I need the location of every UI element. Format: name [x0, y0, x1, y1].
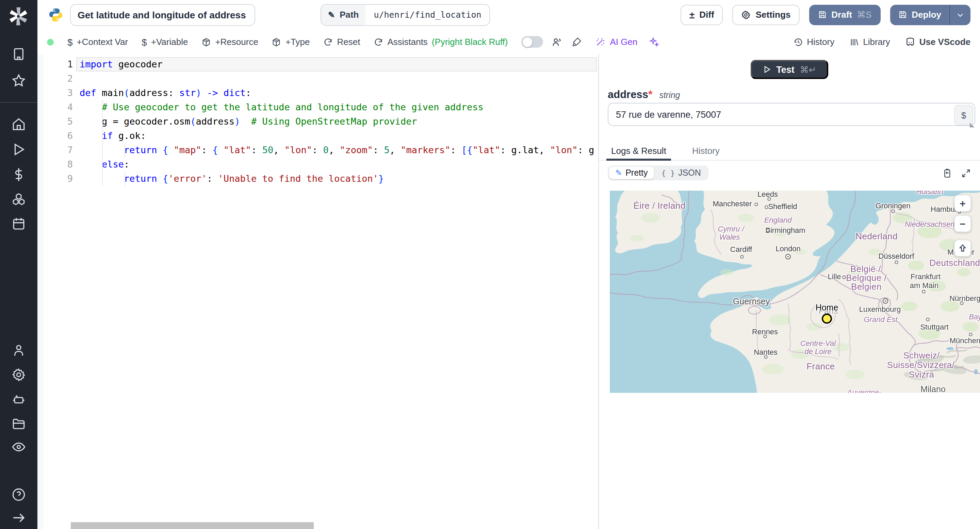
code-line[interactable]: else:	[80, 157, 598, 172]
workspace-icon[interactable]	[11, 47, 26, 61]
add-variable-button[interactable]: $+Variable	[142, 37, 188, 47]
map-label: Stuttgart	[920, 323, 948, 331]
assistants-button[interactable]: Assistants (Pyright Black Ruff)	[374, 37, 508, 47]
map-label: Bayern	[969, 312, 980, 321]
map-city-dot	[969, 333, 972, 336]
map-label: Cymru /	[718, 225, 744, 233]
map-label: Belgien	[851, 282, 882, 292]
map-label: Nantes	[754, 348, 778, 356]
map-home-marker[interactable]	[822, 314, 832, 324]
add-context-var-button[interactable]: $+Context Var	[67, 37, 128, 47]
field-name: address	[608, 89, 648, 100]
wand-icon	[595, 37, 606, 47]
map-label: Sheffield	[768, 202, 797, 210]
add-type-button[interactable]: +Type	[272, 37, 310, 47]
view-mode-pretty[interactable]: ✎Pretty	[609, 167, 654, 179]
code-editor[interactable]: 1import geocoder23def main(address: str)…	[37, 54, 599, 529]
map-label: Niedersachsen	[905, 220, 955, 228]
save-icon	[818, 10, 827, 19]
library-button[interactable]: Library	[850, 37, 890, 47]
map-label: am Main	[910, 281, 939, 289]
collapse-arrow-icon[interactable]	[11, 511, 26, 525]
result-map[interactable]: Éire / IrelandManchesterLeedsSheffieldEn…	[610, 191, 980, 393]
map-label: Manchester	[713, 199, 752, 208]
test-button[interactable]: Test ⌘↵	[750, 60, 828, 79]
resize-grip[interactable]: ◢	[970, 121, 975, 128]
arrow-up-icon	[958, 244, 967, 253]
home-icon[interactable]	[11, 117, 26, 131]
map-label: Birmingham	[765, 226, 805, 234]
reset-button[interactable]: Reset	[323, 37, 360, 47]
windmill-logo[interactable]	[8, 6, 29, 27]
runs-play-icon[interactable]	[11, 142, 26, 156]
line-number: 1	[37, 57, 73, 72]
view-mode-segmented: ✎Pretty { }JSON	[608, 166, 708, 180]
history-button[interactable]: History	[793, 37, 834, 47]
pencil-icon: ✎	[328, 10, 335, 19]
diff-button[interactable]: ± Diff	[681, 5, 723, 25]
map-label: London	[775, 244, 800, 253]
folders-icon[interactable]	[11, 417, 26, 431]
sparkles-icon[interactable]	[648, 37, 659, 47]
code-line[interactable]: return { "map": { "lat": 50, "lon": 0, "…	[80, 143, 598, 157]
settings-gear-icon[interactable]	[11, 368, 26, 382]
deploy-button[interactable]: Deploy	[890, 5, 950, 25]
ai-gen-button[interactable]: AI Gen	[595, 37, 637, 47]
code-line[interactable]	[80, 72, 598, 86]
script-title-input[interactable]	[70, 4, 255, 25]
refresh-icon	[323, 37, 333, 47]
save-icon	[898, 10, 907, 19]
map-label: Nederland	[856, 231, 898, 241]
map-marker-label: Home	[816, 303, 838, 312]
add-resource-button[interactable]: +Resource	[202, 37, 258, 47]
user-icon[interactable]	[11, 343, 26, 357]
copy-clipboard-icon[interactable]	[943, 168, 953, 178]
status-dot	[47, 38, 54, 45]
library-icon	[850, 37, 859, 47]
path-selector[interactable]: ✎Path u/henri/find_location	[321, 4, 490, 25]
refresh-icon	[374, 37, 383, 47]
braces-icon: { }	[661, 169, 675, 177]
multiplayer-users-icon[interactable]	[551, 37, 562, 47]
expand-icon[interactable]	[961, 168, 971, 178]
draft-button[interactable]: Draft ⌘S	[809, 5, 880, 25]
map-label: Wales	[719, 233, 740, 241]
required-asterisk: *	[648, 89, 652, 100]
horizontal-scrollbar[interactable]	[71, 522, 314, 529]
map-zoom-in-button[interactable]: +	[954, 195, 971, 212]
favorites-star-icon[interactable]	[11, 73, 26, 88]
settings-button[interactable]: Settings	[733, 5, 800, 25]
workers-robot-icon[interactable]	[11, 392, 26, 406]
deploy-dropdown-chevron[interactable]	[950, 5, 970, 25]
map-label: Deutschland	[930, 258, 980, 268]
tab-history[interactable]: History	[689, 142, 723, 160]
audit-eye-icon[interactable]	[11, 440, 26, 454]
code-line[interactable]: # Use geocoder to get the latitude and l…	[80, 100, 598, 115]
map-recenter-button[interactable]	[954, 240, 971, 257]
code-line[interactable]: if g.ok:	[80, 129, 598, 143]
code-line[interactable]: return {'error': 'Unable to find the loc…	[80, 172, 598, 186]
line-number: 4	[37, 100, 73, 115]
indent-guide	[124, 143, 125, 157]
schedules-calendar-icon[interactable]	[11, 217, 26, 231]
map-zoom-out-button[interactable]: −	[954, 215, 971, 232]
map-city-dot	[766, 229, 769, 232]
code-line[interactable]: import geocoder	[80, 57, 598, 72]
tab-logs-result[interactable]: Logs & Result	[608, 142, 670, 160]
map-city-dot	[764, 335, 767, 338]
multiplayer-toggle[interactable]	[521, 36, 543, 48]
view-mode-json[interactable]: { }JSON	[655, 167, 707, 179]
code-line[interactable]: g = geocoder.osm(address) # Using OpenSt…	[80, 115, 598, 129]
help-icon[interactable]	[11, 488, 26, 502]
map-label: Schweiz/	[903, 350, 940, 360]
resources-boxes-icon[interactable]	[11, 192, 26, 206]
topbar: ✎Path u/henri/find_location ± Diff Setti…	[37, 0, 980, 30]
address-input[interactable]	[608, 103, 975, 126]
sidebar	[0, 0, 37, 529]
use-vscode-button[interactable]: Use VScode	[905, 37, 970, 47]
map-label: Suisse/Svizzera/	[887, 360, 955, 370]
line-number: 9	[37, 172, 73, 186]
variables-dollar-icon[interactable]	[11, 167, 26, 182]
code-line[interactable]: def main(address: str) -> dict:	[80, 86, 598, 100]
format-brush-icon[interactable]	[572, 37, 582, 47]
